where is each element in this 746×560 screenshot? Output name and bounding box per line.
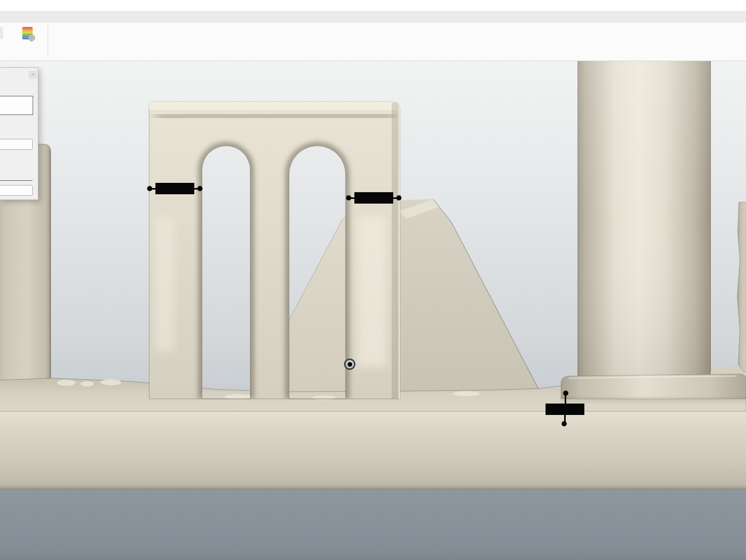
compare-partial-icon[interactable] bbox=[0, 27, 3, 39]
tab-settings[interactable] bbox=[47, 11, 61, 23]
ribbon-group-separator bbox=[48, 25, 48, 58]
measurement-annotation-2 bbox=[347, 192, 401, 204]
dialog-separator bbox=[0, 180, 33, 181]
dialog-corner-button[interactable]: ✕ bbox=[29, 71, 37, 79]
below-base-shadow-band bbox=[0, 490, 746, 560]
measurement-endpoint-dot[interactable] bbox=[562, 421, 567, 426]
measurement-annotation-3 bbox=[544, 390, 585, 427]
point-button[interactable] bbox=[0, 96, 33, 115]
application-window: ✕ bbox=[0, 0, 746, 560]
tab-help[interactable] bbox=[61, 11, 76, 23]
measurement-endpoint-dot[interactable] bbox=[396, 195, 401, 200]
arch-wall-mesh[interactable] bbox=[149, 102, 400, 399]
menu-bar bbox=[0, 11, 746, 23]
gear-wheel-icon bbox=[27, 34, 36, 42]
picked-point-marker-icon[interactable] bbox=[344, 358, 355, 370]
measure-dialog: ✕ bbox=[0, 67, 38, 200]
measurement-label[interactable] bbox=[155, 183, 194, 194]
measurement-endpoint-dot[interactable] bbox=[197, 186, 203, 191]
measurement-label[interactable] bbox=[546, 404, 584, 415]
viewport-3d[interactable] bbox=[0, 61, 746, 560]
close-button[interactable] bbox=[0, 185, 33, 196]
title-bar bbox=[0, 0, 746, 11]
measurement-label[interactable] bbox=[354, 192, 393, 204]
tab-surfacing[interactable] bbox=[3, 11, 18, 23]
ribbon-toolbar bbox=[0, 23, 746, 61]
cylinder-flange-mesh[interactable] bbox=[561, 374, 746, 402]
measurement-annotation-1 bbox=[148, 183, 203, 194]
large-cylinder-mesh[interactable] bbox=[578, 61, 711, 378]
measurement-connector-line bbox=[565, 395, 566, 404]
delete-last-button[interactable] bbox=[0, 139, 33, 150]
tab-cad[interactable] bbox=[18, 11, 32, 23]
compare-to-other-meshes-button[interactable] bbox=[12, 25, 42, 57]
tab-analysis[interactable] bbox=[32, 11, 47, 23]
rainbow-mesh-icon bbox=[22, 27, 33, 39]
